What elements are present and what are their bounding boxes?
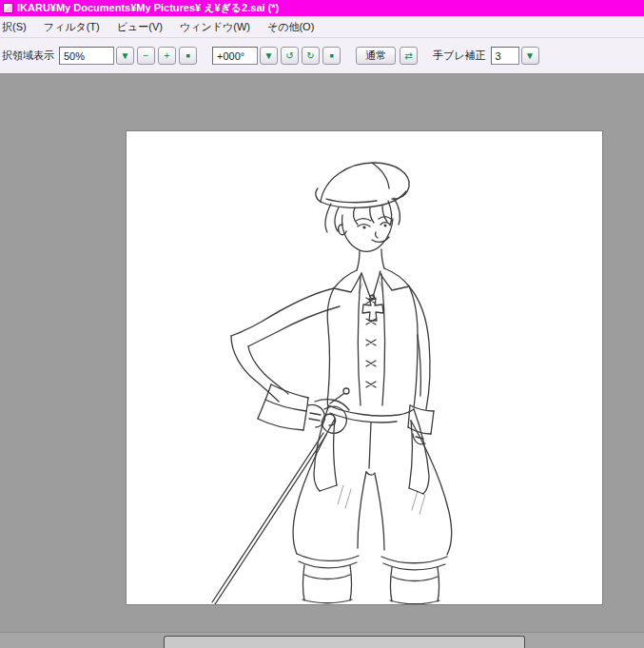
navigation-toolbar: 択領域表示 50% ▼ − + ■ +000° ▼ ↺ ↻ ■ 通常 ⇄ 手ブレ… — [0, 38, 644, 74]
menu-others[interactable]: その他(O) — [259, 17, 322, 37]
menu-view[interactable]: ビュー(V) — [108, 17, 171, 37]
menu-selection[interactable]: 択(S) — [0, 17, 35, 37]
sketch-right-arm — [408, 286, 434, 444]
menu-filter[interactable]: フィルタ(T) — [35, 17, 108, 37]
stabilizer-label: 手ブレ補正 — [433, 49, 486, 63]
sketch-collar-cross — [334, 249, 409, 321]
drawing-canvas[interactable]: Monochrome line-art sketch of a smiling … — [127, 131, 602, 604]
angle-value-field[interactable]: +000° — [212, 47, 258, 65]
horizontal-scrollbar-thumb[interactable] — [164, 636, 525, 648]
sketch-hair — [325, 198, 400, 232]
zoom-dropdown-button[interactable]: ▼ — [116, 47, 134, 65]
flip-horizontal-button[interactable]: ⇄ — [400, 47, 418, 65]
menu-bar: 択(S) フィルタ(T) ビュー(V) ウィンドウ(W) その他(O) — [0, 16, 644, 38]
window-title: IKARU¥My Documents¥My Pictures¥ え¥ぎる2.sa… — [17, 1, 279, 15]
selection-display-label: 択領域表示 — [2, 49, 54, 63]
zoom-value-field[interactable]: 50% — [59, 47, 114, 65]
sai-window: IKARU¥My Documents¥My Pictures¥ え¥ぎる2.sa… — [0, 0, 644, 648]
zoom-group: 50% ▼ − + ■ — [59, 47, 200, 65]
sketch-rapier — [212, 388, 349, 604]
rotate-cw-button[interactable]: ↻ — [302, 47, 320, 65]
stabilizer-dropdown-button[interactable]: ▼ — [521, 47, 539, 65]
canvas-workspace[interactable]: Monochrome line-art sketch of a smiling … — [0, 74, 644, 632]
character-sketch: Monochrome line-art sketch of a smiling … — [127, 131, 602, 604]
angle-reset-button[interactable]: ■ — [322, 47, 341, 65]
bottom-scrollbar-area — [0, 632, 644, 648]
view-normal-button[interactable]: 通常 — [356, 47, 396, 65]
rotate-ccw-button[interactable]: ↺ — [281, 47, 299, 65]
angle-dropdown-button[interactable]: ▼ — [260, 47, 278, 65]
angle-group: +000° ▼ ↺ ↻ ■ — [212, 47, 343, 65]
sketch-torso — [314, 274, 429, 494]
sketch-shading — [338, 282, 425, 514]
title-bar[interactable]: IKARU¥My Documents¥My Pictures¥ え¥ぎる2.sa… — [0, 0, 644, 16]
zoom-in-button[interactable]: + — [158, 47, 176, 65]
zoom-out-button[interactable]: − — [137, 47, 155, 65]
zoom-reset-button[interactable]: ■ — [179, 47, 197, 65]
view-mode-group: 通常 ⇄ — [356, 47, 420, 65]
app-icon — [3, 3, 13, 13]
menu-window[interactable]: ウィンドウ(W) — [171, 17, 259, 37]
stabilizer-group: 手ブレ補正 3 ▼ — [433, 47, 542, 65]
sketch-left-arm-gauntlet — [231, 288, 340, 430]
sketch-face — [339, 215, 393, 251]
stabilizer-value-field[interactable]: 3 — [491, 47, 519, 65]
